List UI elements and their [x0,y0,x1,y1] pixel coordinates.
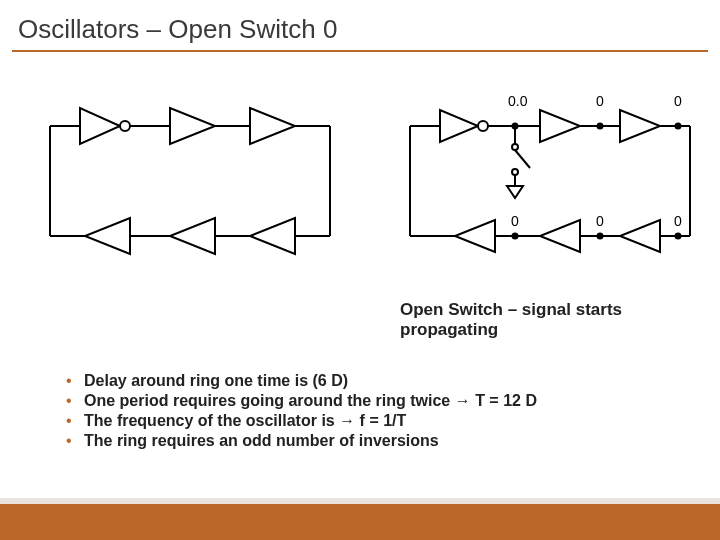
buffer-icon [85,218,130,254]
node-label: 0 [674,213,682,229]
svg-marker-31 [620,220,660,252]
svg-marker-14 [250,218,295,254]
slide: Oscillators – Open Switch 0 [0,0,720,540]
svg-marker-15 [170,218,215,254]
svg-point-37 [675,233,682,240]
svg-marker-29 [540,110,580,142]
svg-marker-13 [250,108,295,144]
buffer-icon [620,220,660,252]
bullet-text: Delay around ring one time is (6 D) [84,372,348,389]
svg-marker-10 [80,108,120,144]
buffer-icon [170,218,215,254]
bullet-text: The ring requires an odd number of inver… [84,432,439,449]
svg-marker-32 [540,220,580,252]
open-switch-icon [512,126,530,186]
svg-marker-27 [440,110,478,142]
buffer-icon [455,220,495,252]
svg-point-36 [675,123,682,130]
list-item: •One period requires going around the ri… [66,392,537,410]
svg-marker-16 [85,218,130,254]
svg-line-42 [515,150,530,168]
title-underline [12,50,708,52]
bullet-text: The frequency of the oscillator is → f =… [84,412,406,429]
bullet-text: One period requires going around the rin… [84,392,537,409]
diagram-caption: Open Switch – signal starts propagating [400,300,720,340]
list-item: •The frequency of the oscillator is → f … [66,412,537,430]
buffer-icon [250,218,295,254]
svg-point-35 [597,123,604,130]
svg-marker-30 [620,110,660,142]
ring-oscillator-right: 0.0 0 0 0 0 0 [380,86,720,276]
diagram-area: 0.0 0 0 0 0 0 [0,86,720,276]
list-item: •Delay around ring one time is (6 D) [66,372,537,390]
svg-point-41 [512,144,518,150]
node-label: 0 [674,93,682,109]
ring-oscillator-left [20,86,360,276]
node-label: 0.0 [508,93,528,109]
svg-point-43 [512,169,518,175]
node-label: 0 [511,213,519,229]
svg-point-11 [120,121,130,131]
buffer-icon [540,110,580,142]
node-label: 0 [596,213,604,229]
buffer-icon [170,108,215,144]
ground-icon [507,186,523,198]
list-item: •The ring requires an odd number of inve… [66,432,537,450]
svg-point-39 [512,233,519,240]
inverter-icon [440,110,488,142]
svg-point-28 [478,121,488,131]
buffer-icon [540,220,580,252]
svg-marker-33 [455,220,495,252]
svg-marker-12 [170,108,215,144]
slide-title: Oscillators – Open Switch 0 [18,14,337,45]
buffer-icon [620,110,660,142]
bullet-list: •Delay around ring one time is (6 D) •On… [66,370,537,452]
inverter-icon [80,108,130,144]
footer-bar [0,504,720,540]
buffer-icon [250,108,295,144]
svg-marker-45 [507,186,523,198]
node-label: 0 [596,93,604,109]
svg-point-38 [597,233,604,240]
